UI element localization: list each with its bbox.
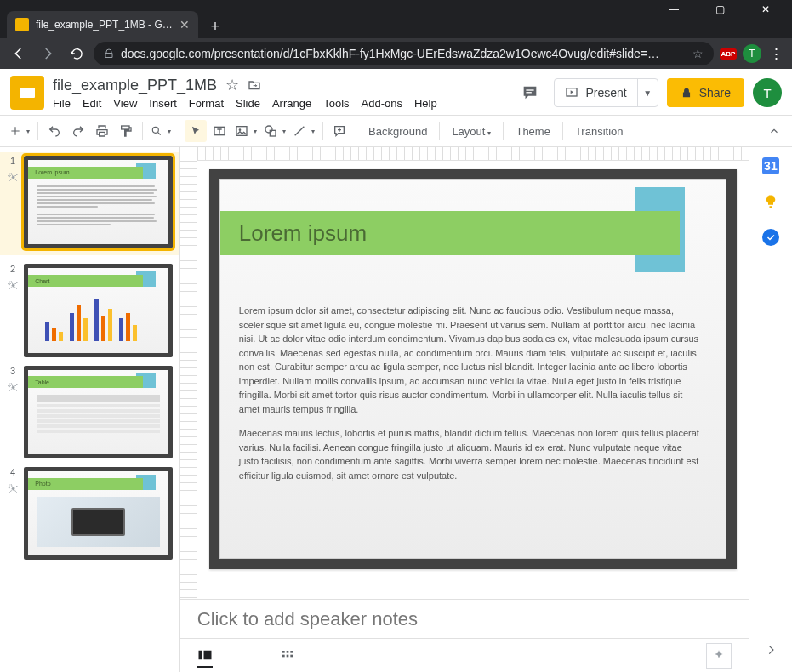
present-dropdown-button[interactable]: ▼ <box>637 79 658 106</box>
svg-rect-0 <box>527 89 534 90</box>
tasks-addon-button[interactable] <box>762 229 779 246</box>
chevron-up-icon <box>768 125 780 137</box>
comments-button[interactable] <box>515 77 545 108</box>
svg-rect-12 <box>282 651 285 653</box>
new-tab-button[interactable]: + <box>203 14 227 38</box>
thumb-title: Table <box>28 376 143 388</box>
menu-addons[interactable]: Add-ons <box>362 97 402 110</box>
abp-extension-button[interactable]: ABP <box>719 44 738 63</box>
collapse-toolbar-button[interactable] <box>763 120 785 142</box>
menu-arrange[interactable]: Arrange <box>272 97 311 110</box>
svg-point-8 <box>265 126 272 133</box>
comment-icon <box>521 83 539 102</box>
tasks-icon <box>766 232 776 242</box>
arrow-right-icon <box>40 46 55 61</box>
svg-rect-15 <box>282 654 285 657</box>
browser-menu-button[interactable]: ⋮ <box>766 44 785 63</box>
shape-button[interactable] <box>261 120 288 142</box>
url-field[interactable]: docs.google.com/presentation/d/1cFbxKklh… <box>94 42 714 65</box>
menu-view[interactable]: View <box>113 97 137 110</box>
calendar-addon-button[interactable]: 31 <box>762 157 779 174</box>
filmstrip-view-button[interactable] <box>197 649 213 668</box>
slides-logo-icon[interactable] <box>10 76 44 110</box>
vertical-ruler[interactable] <box>180 161 197 599</box>
svg-rect-17 <box>290 654 293 657</box>
image-button[interactable] <box>232 120 259 142</box>
comment-add-button[interactable] <box>328 120 350 142</box>
svg-rect-16 <box>286 654 288 657</box>
redo-button[interactable] <box>67 120 89 142</box>
present-button-group: Present ▼ <box>554 78 658 107</box>
menu-slide[interactable]: Slide <box>236 97 260 110</box>
layout-button[interactable]: Layout <box>445 125 498 138</box>
svg-rect-3 <box>122 126 129 129</box>
keep-addon-button[interactable] <box>762 193 779 210</box>
theme-button[interactable]: Theme <box>509 125 556 138</box>
slide-thumbnail-3[interactable]: Table <box>24 366 173 458</box>
slide-body-text[interactable]: Lorem ipsum dolor sit amet, consectetur … <box>239 304 700 493</box>
svg-rect-13 <box>286 651 288 653</box>
svg-rect-11 <box>203 650 211 659</box>
new-slide-button[interactable] <box>7 120 32 142</box>
print-button[interactable] <box>91 120 113 142</box>
plus-icon <box>9 125 21 137</box>
slide-thumbnail-2[interactable]: Chart <box>24 264 173 356</box>
explore-button[interactable] <box>706 643 732 669</box>
bottom-view-bar <box>180 638 749 672</box>
thumb-number: 3 <box>10 366 15 376</box>
line-button[interactable] <box>290 120 317 142</box>
thumb-row-4[interactable]: 4⏧ Photo <box>7 467 173 560</box>
slides-favicon-icon <box>15 18 29 31</box>
slide-thumbnails-panel[interactable]: 1⏧ Lorem ipsum 2⏧ Chart <box>0 147 180 672</box>
svg-point-7 <box>239 128 242 131</box>
select-tool-button[interactable] <box>185 120 207 142</box>
menu-file[interactable]: File <box>53 97 71 110</box>
forward-button[interactable] <box>36 42 60 65</box>
slide-title[interactable]: Lorem ipsum <box>220 211 680 255</box>
hide-side-panel-button[interactable] <box>762 641 779 658</box>
slide-thumbnail-4[interactable]: Photo <box>24 467 173 560</box>
textbox-button[interactable] <box>208 120 231 142</box>
zoom-button[interactable] <box>148 120 174 142</box>
profile-avatar-button[interactable]: T <box>743 44 761 63</box>
back-button[interactable] <box>7 42 31 65</box>
paint-format-button[interactable] <box>115 120 137 142</box>
keep-icon <box>763 194 778 209</box>
menu-format[interactable]: Format <box>189 97 224 110</box>
menu-edit[interactable]: Edit <box>83 97 101 110</box>
browser-tab-active[interactable]: file_example_PPT_1MB - Google ✕ <box>7 11 198 38</box>
share-button[interactable]: Share <box>667 78 744 107</box>
cursor-icon <box>190 125 202 137</box>
bookmark-star-button[interactable]: ☆ <box>692 47 704 60</box>
menu-help[interactable]: Help <box>414 97 437 110</box>
star-document-button[interactable]: ☆ <box>225 76 239 94</box>
thumb-row-1[interactable]: 1⏧ Lorem ipsum <box>0 152 179 255</box>
undo-icon <box>48 124 61 138</box>
slide-canvas[interactable]: Lorem ipsum Lorem ipsum dolor sit amet, … <box>209 169 737 569</box>
canvas-scroll[interactable]: Lorem ipsum Lorem ipsum dolor sit amet, … <box>197 161 749 599</box>
lock-icon <box>104 48 114 60</box>
menu-insert[interactable]: Insert <box>149 97 177 110</box>
document-title[interactable]: file_example_PPT_1MB <box>53 77 217 94</box>
transition-button[interactable]: Transition <box>568 125 630 138</box>
tab-close-button[interactable]: ✕ <box>179 18 190 31</box>
textbox-icon <box>213 124 226 138</box>
horizontal-ruler[interactable] <box>197 147 749 161</box>
background-button[interactable]: Background <box>362 125 434 138</box>
grid-view-button[interactable] <box>281 649 294 663</box>
account-avatar-button[interactable]: T <box>753 78 782 107</box>
thumb-row-3[interactable]: 3⏧ Table <box>7 366 173 458</box>
menu-tools[interactable]: Tools <box>323 97 349 110</box>
window-maximize-button[interactable]: ▢ <box>707 3 732 15</box>
side-panel-rail: 31 <box>749 147 792 672</box>
undo-button[interactable] <box>43 120 66 142</box>
slide-thumbnail-1[interactable]: Lorem ipsum <box>24 156 173 248</box>
move-document-button[interactable] <box>248 78 261 92</box>
print-icon <box>95 124 109 138</box>
window-minimize-button[interactable]: — <box>661 3 687 15</box>
thumb-row-2[interactable]: 2⏧ Chart <box>7 264 173 356</box>
reload-button[interactable] <box>65 42 88 65</box>
window-close-button[interactable]: ✕ <box>753 3 778 15</box>
speaker-notes[interactable]: Click to add speaker notes <box>180 599 749 638</box>
present-button[interactable]: Present <box>555 86 636 100</box>
